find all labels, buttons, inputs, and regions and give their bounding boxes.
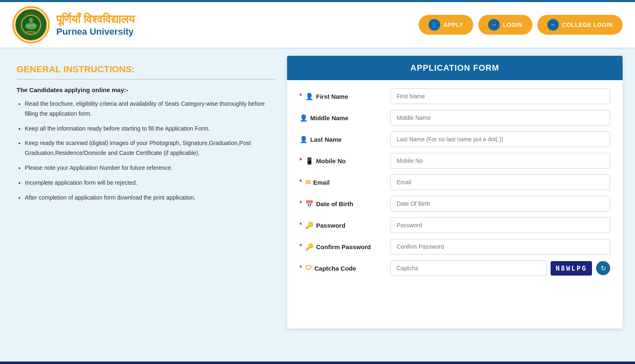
list-item: Keep ready the scanned (digital) images … [25, 138, 275, 158]
form-title: APPLICATION FORM [287, 56, 623, 80]
captcha-image: N8WLPG [551, 261, 592, 276]
instructions-list: Read the brochure, eligibility criteria … [17, 99, 275, 202]
logo-inner: PURNEA [15, 9, 47, 41]
apply-button[interactable]: 👤 APPLY [419, 15, 473, 35]
mobile-input[interactable] [391, 153, 610, 169]
middlename-input[interactable] [391, 110, 610, 126]
required-star: * [300, 221, 302, 229]
dob-input[interactable] [391, 196, 610, 212]
email-input[interactable] [391, 174, 610, 190]
person-icon: 👤 [300, 136, 308, 143]
dob-label-text: Date of Birth [316, 200, 353, 207]
university-title: पूर्णियाँ विश्वविद्यालय Purnea Universit… [56, 12, 135, 37]
required-star: * [300, 93, 302, 100]
college-login-icon: → [547, 19, 559, 31]
captcha-area: N8WLPG ↻ [391, 260, 610, 276]
form-row-captcha: * 🛡 Captcha Code N8WLPG ↻ [300, 260, 610, 276]
login-button[interactable]: → LOGIN [478, 15, 532, 35]
captcha-refresh-button[interactable]: ↻ [596, 261, 610, 275]
login-label: LOGIN [503, 21, 522, 28]
lastname-input[interactable] [391, 131, 610, 147]
instructions-panel: GENERAL INSTRUCTIONS: The Candidates app… [12, 56, 287, 328]
required-star: * [300, 243, 302, 250]
form-body: * 👤 First Name 👤 Middle Name 👤 Last Nam [287, 80, 623, 290]
university-name-hindi: पूर्णियाँ विश्वविद्यालय [56, 12, 135, 26]
label-lastname: 👤 Last Name [300, 136, 391, 143]
calendar-icon: 📅 [305, 200, 314, 208]
apply-label: APPLY [443, 21, 463, 28]
form-row-email: * ✉ Email [300, 174, 610, 190]
captcha-label-text: Captcha Code [314, 265, 356, 272]
college-login-button[interactable]: → COLLEGE LOGIN [537, 15, 623, 35]
middlename-label-text: Middle Name [310, 114, 349, 121]
label-firstname: * 👤 First Name [300, 93, 391, 100]
confirm-password-input[interactable] [391, 239, 610, 255]
key-icon: 🔑 [305, 243, 314, 251]
shield-icon: 🛡 [305, 264, 312, 272]
university-logo: PURNEA [12, 6, 50, 43]
college-login-label: COLLEGE LOGIN [562, 21, 613, 28]
captcha-input[interactable] [391, 260, 546, 276]
label-email: * ✉ Email [300, 178, 391, 186]
list-item: Please note your Application Number for … [25, 163, 275, 173]
label-middlename: 👤 Middle Name [300, 114, 391, 122]
bottom-bar [0, 362, 635, 364]
required-star: * [300, 157, 302, 164]
email-icon: ✉ [305, 178, 311, 186]
form-row-middlename: 👤 Middle Name [300, 110, 610, 126]
required-star: * [300, 178, 302, 186]
form-row-password: * 🔑 Password [300, 217, 610, 233]
label-confirm-password: * 🔑 Confirm Password [300, 243, 391, 251]
main-content: GENERAL INSTRUCTIONS: The Candidates app… [0, 48, 635, 337]
required-star: * [300, 264, 302, 272]
page-header: PURNEA पूर्णियाँ विश्वविद्यालय Purnea Un… [0, 0, 635, 48]
brand-area: PURNEA पूर्णियाँ विश्वविद्यालय Purnea Un… [12, 6, 135, 43]
firstname-input[interactable] [391, 88, 610, 104]
application-form-panel: APPLICATION FORM * 👤 First Name 👤 Middle… [287, 56, 623, 328]
label-mobile: * 📱 Mobile No [300, 157, 391, 165]
instructions-title: GENERAL INSTRUCTIONS: [17, 64, 275, 75]
login-icon: → [488, 19, 500, 31]
label-password: * 🔑 Password [300, 221, 391, 229]
list-item: Incomplete application form will be reje… [25, 178, 275, 188]
person-icon: 👤 [305, 93, 314, 100]
phone-icon: 📱 [305, 157, 314, 165]
svg-point-3 [29, 18, 33, 22]
mobile-label-text: Mobile No [316, 157, 346, 164]
university-name-english: Purnea University [56, 26, 135, 37]
confirm-password-label-text: Confirm Password [316, 243, 371, 250]
list-item: Keep all the information ready before st… [25, 124, 275, 134]
svg-text:PURNEA: PURNEA [26, 31, 36, 33]
password-input[interactable] [391, 217, 610, 233]
key-icon: 🔑 [305, 221, 314, 229]
lastname-label-text: Last Name [310, 136, 342, 143]
header-buttons: 👤 APPLY → LOGIN → COLLEGE LOGIN [419, 15, 623, 35]
email-label-text: Email [313, 179, 330, 186]
form-row-dob: * 📅 Date of Birth [300, 196, 610, 212]
logo-svg: PURNEA [21, 14, 41, 35]
form-row-firstname: * 👤 First Name [300, 88, 610, 104]
password-label-text: Password [316, 222, 345, 229]
label-dob: * 📅 Date of Birth [300, 200, 391, 208]
form-row-mobile: * 📱 Mobile No [300, 153, 610, 169]
instructions-subtitle: The Candidates applying online may:- [17, 86, 275, 93]
person-icon: 👤 [300, 114, 308, 122]
apply-icon: 👤 [429, 19, 440, 31]
firstname-label-text: First Name [316, 93, 348, 100]
instructions-divider [17, 79, 275, 80]
form-row-lastname: 👤 Last Name [300, 131, 610, 147]
form-row-confirm-password: * 🔑 Confirm Password [300, 239, 610, 255]
list-item: Read the brochure, eligibility criteria … [25, 99, 275, 119]
list-item: After completion of application form dow… [25, 193, 275, 203]
label-captcha: * 🛡 Captcha Code [300, 264, 391, 272]
required-star: * [300, 200, 302, 207]
